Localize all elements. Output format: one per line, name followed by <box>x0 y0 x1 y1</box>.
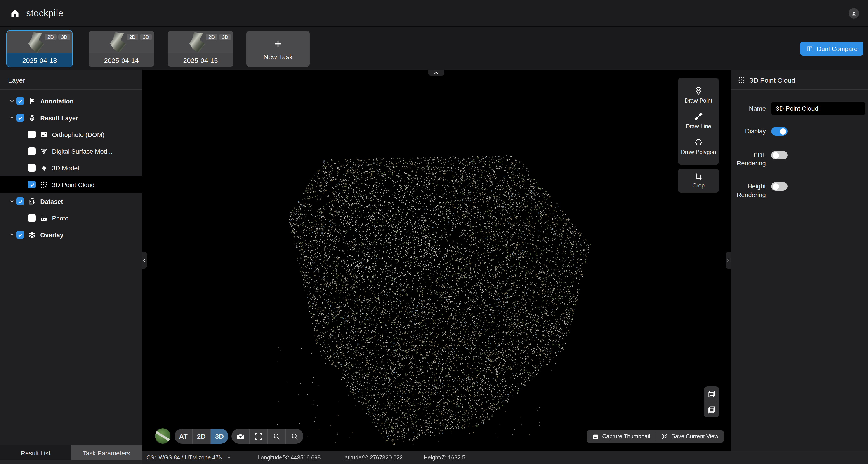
app-window: stockpile 2D3D2025-04-132D3D2025-04-142D… <box>0 0 868 464</box>
wireframe-view-button[interactable] <box>707 386 716 402</box>
dataset-icon <box>28 197 36 205</box>
layer-checkbox[interactable] <box>16 114 24 122</box>
canvas-actions: Capture Thumbnail Save Current View <box>587 430 724 443</box>
task-card[interactable]: 2D3D2025-04-13 <box>7 31 72 67</box>
model-icon <box>40 164 48 172</box>
badge-2d[interactable]: 2D <box>206 34 217 40</box>
layer-checkbox[interactable] <box>16 197 24 205</box>
3d-viewport[interactable]: Draw PointDraw LineDraw Polygon Crop <box>142 70 731 451</box>
name-input[interactable] <box>771 102 865 115</box>
camera-button[interactable] <box>231 429 250 444</box>
draw-item-label: Draw Point <box>685 98 712 104</box>
status-bar: CS: WGS 84 / UTM zone 47N Longitude/X: 4… <box>142 451 868 464</box>
badge-3d[interactable]: 3D <box>140 34 152 40</box>
frame-button[interactable] <box>250 429 268 444</box>
layer-row-overlay[interactable]: Overlay <box>0 226 142 243</box>
layer-checkbox[interactable] <box>28 131 36 138</box>
dual-compare-button[interactable]: Dual Compare <box>800 41 864 56</box>
layer-label: Annotation <box>40 97 74 105</box>
mode-button-at[interactable]: AT <box>175 429 193 444</box>
layer-row-3d-model[interactable]: 3D Model <box>0 160 142 176</box>
properties-panel: 3D Point Cloud Name Display EDL Renderin… <box>731 70 868 451</box>
layer-label: Orthophoto (DOM) <box>52 131 104 138</box>
layer-row-annotation[interactable]: Annotation <box>0 93 142 109</box>
layer-checkbox[interactable] <box>28 164 36 172</box>
layer-checkbox[interactable] <box>16 231 24 238</box>
zoom-out-button[interactable] <box>286 429 303 444</box>
layer-row-result-layer[interactable]: Result Layer <box>0 109 142 126</box>
frame-icon <box>254 432 262 440</box>
task-thumbnail: 2D3D <box>168 31 233 53</box>
draw-item-label: Draw Line <box>686 123 711 130</box>
badge-3d[interactable]: 3D <box>58 34 70 40</box>
layer-label: Photo <box>52 214 68 222</box>
point-cloud-render[interactable] <box>249 153 596 449</box>
layer-row-photo[interactable]: Photo <box>0 210 142 226</box>
layer-checkbox[interactable] <box>28 181 36 189</box>
display-toggle[interactable] <box>771 127 787 136</box>
task-card[interactable]: 2D3D2025-04-15 <box>168 31 233 67</box>
plus-icon: + <box>274 37 282 50</box>
layer-checkbox[interactable] <box>28 147 36 155</box>
zoom-in-button[interactable] <box>268 429 286 444</box>
image-icon <box>40 130 48 138</box>
crop-button[interactable]: Crop <box>678 168 719 193</box>
save-current-view-button[interactable]: Save Current View <box>656 430 724 443</box>
image-small-icon <box>592 433 599 440</box>
badge-2d[interactable]: 2D <box>45 34 57 40</box>
draw-toolbar: Draw PointDraw LineDraw Polygon <box>678 78 719 165</box>
task-card[interactable]: 2D3D2025-04-14 <box>89 31 154 67</box>
layer-row-orthophoto-dom[interactable]: Orthophoto (DOM) <box>0 126 142 143</box>
collapse-sidebar-handle[interactable] <box>142 252 147 269</box>
solid-view-button[interactable] <box>707 402 716 418</box>
draw-line-button[interactable]: Draw Line <box>678 108 719 134</box>
properties-title: 3D Point Cloud <box>749 76 795 84</box>
aerial-thumbnail-image <box>187 32 208 53</box>
badge-2d[interactable]: 2D <box>127 34 138 40</box>
properties-header: 3D Point Cloud <box>731 70 868 90</box>
task-date-label: 2025-04-15 <box>168 53 233 67</box>
layer-label: Overlay <box>40 231 64 238</box>
mode-button-3d[interactable]: 3D <box>211 429 228 444</box>
expand-chevron-icon[interactable] <box>7 232 16 238</box>
layer-panel: Layer AnnotationResult LayerOrthophoto (… <box>0 70 142 464</box>
collapse-rightpanel-handle[interactable] <box>725 252 731 269</box>
edl-rendering-toggle[interactable] <box>771 151 787 160</box>
layer-row-digital-surface-mod[interactable]: Digital Surface Mod... <box>0 143 142 160</box>
expand-chevron-icon[interactable] <box>7 98 16 104</box>
chevron-down-icon <box>226 455 231 460</box>
tab-result-list[interactable]: Result List <box>0 445 71 460</box>
layer-panel-title: Layer <box>0 70 142 90</box>
user-avatar[interactable] <box>848 8 859 19</box>
layer-label: Dataset <box>40 198 63 205</box>
tab-task-parameters[interactable]: Task Parameters <box>71 445 142 460</box>
edl-row: EDL Rendering <box>731 151 868 167</box>
medal-icon <box>28 113 36 122</box>
draw-point-button[interactable]: Draw Point <box>678 82 719 108</box>
photo-icon <box>40 214 48 222</box>
mode-button-2d[interactable]: 2D <box>193 429 211 444</box>
dimension-badges: 2D3D <box>206 34 231 40</box>
divider <box>0 90 142 90</box>
height-rendering-toggle[interactable] <box>771 182 787 191</box>
name-label: Name <box>731 104 766 112</box>
capture-thumbnail-button[interactable]: Capture Thumbnail <box>587 430 655 443</box>
line-icon <box>694 112 703 121</box>
layer-row-dataset[interactable]: Dataset <box>0 193 142 210</box>
coordinate-system-select[interactable]: CS: WGS 84 / UTM zone 47N <box>147 454 231 461</box>
layer-checkbox[interactable] <box>28 214 36 222</box>
collapse-taskbar-handle[interactable] <box>428 70 444 76</box>
layer-row-3d-point-cloud[interactable]: 3D Point Cloud <box>0 176 142 193</box>
task-bar: 2D3D2025-04-132D3D2025-04-142D3D2025-04-… <box>0 27 868 70</box>
new-task-button[interactable]: + New Task <box>246 31 310 67</box>
cs-label: CS: <box>147 454 156 461</box>
name-row: Name <box>731 102 868 115</box>
layer-checkbox[interactable] <box>16 97 24 105</box>
expand-chevron-icon[interactable] <box>7 198 16 204</box>
expand-chevron-icon[interactable] <box>7 115 16 121</box>
home-icon[interactable] <box>10 8 20 18</box>
draw-polygon-button[interactable]: Draw Polygon <box>678 134 719 160</box>
badge-3d[interactable]: 3D <box>219 34 231 40</box>
display-row: Display <box>731 127 868 136</box>
minimap-thumbnail[interactable] <box>155 428 170 444</box>
